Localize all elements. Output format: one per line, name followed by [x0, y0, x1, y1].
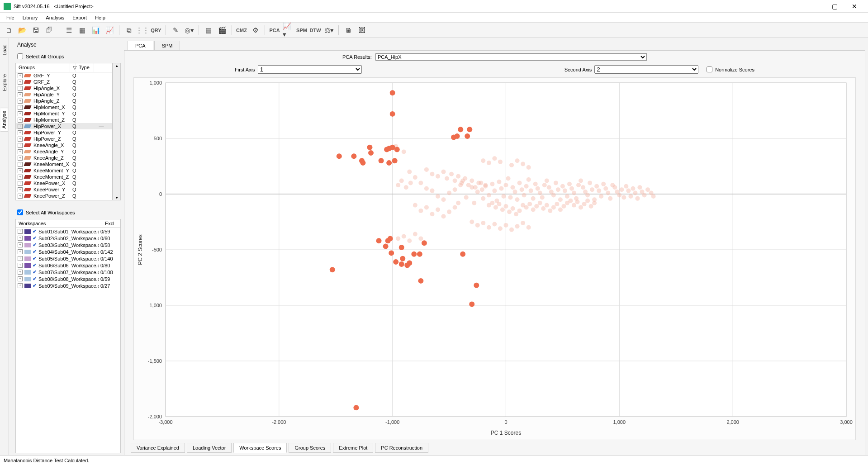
- group-row[interactable]: + HipMoment_Z Q: [16, 117, 112, 123]
- new-icon[interactable]: 🗋: [3, 24, 14, 36]
- plot-icon[interactable]: 📈: [104, 24, 115, 36]
- target-icon[interactable]: ◎▾: [183, 24, 195, 36]
- menu-help[interactable]: Help: [91, 14, 109, 21]
- second-axis-select[interactable]: 2: [594, 65, 698, 74]
- minimize-button[interactable]: —: [805, 0, 825, 13]
- left-tab-explore[interactable]: Explore: [1, 71, 8, 94]
- expand-icon[interactable]: +: [18, 92, 23, 97]
- tab-spm[interactable]: SPM: [154, 41, 180, 50]
- group-row[interactable]: + KneeAngle_X Q: [16, 142, 112, 148]
- btab-loading[interactable]: Loading Vector: [187, 443, 232, 453]
- expand-icon[interactable]: +: [18, 263, 23, 268]
- btab-pc-recon[interactable]: PC Reconstruction: [375, 443, 428, 453]
- group-row[interactable]: + KneeMoment_X Q: [16, 161, 112, 167]
- btab-variance[interactable]: Variance Explained: [131, 443, 185, 453]
- expand-icon[interactable]: +: [18, 270, 23, 275]
- dtw-icon[interactable]: DTW: [309, 24, 321, 36]
- group-row[interactable]: + HipPower_X Q —: [16, 123, 112, 129]
- workspace-row[interactable]: + ✔ Sub07\Sub07_Workspace.cmz\ 0/108: [16, 269, 120, 275]
- group-row[interactable]: + KneePower_X Q: [16, 180, 112, 186]
- group-row[interactable]: + HipAngle_Y Q: [16, 91, 112, 98]
- group-row[interactable]: + KneeMoment_Y Q: [16, 167, 112, 174]
- expand-icon[interactable]: +: [18, 283, 23, 288]
- group-row[interactable]: + KneeAngle_Y Q: [16, 148, 112, 155]
- grid-icon[interactable]: ▤: [203, 24, 214, 36]
- tab-pca[interactable]: PCA: [128, 41, 153, 50]
- normalize-scores-checkbox[interactable]: [707, 66, 712, 72]
- table-icon[interactable]: ▦: [76, 24, 88, 36]
- export-doc-icon[interactable]: 🗎: [342, 24, 354, 36]
- expand-icon[interactable]: +: [18, 187, 23, 192]
- workspace-row[interactable]: + ✔ Sub04\Sub04_Workspace.cmz\ 0/142: [16, 248, 120, 255]
- btab-group-scores[interactable]: Group Scores: [289, 443, 331, 453]
- group-row[interactable]: + HipPower_Y Q: [16, 129, 112, 136]
- group-row[interactable]: + GRF_Y Q: [16, 72, 112, 79]
- group-row[interactable]: + KneePower_Z Q: [16, 193, 112, 199]
- open-icon[interactable]: 📂: [16, 24, 28, 36]
- first-axis-select[interactable]: 1: [258, 65, 362, 74]
- expand-icon[interactable]: +: [18, 124, 23, 129]
- group-row[interactable]: + GRF_Z Q: [16, 79, 112, 85]
- menu-analysis[interactable]: Analysis: [42, 14, 68, 21]
- chart-icon[interactable]: 📊: [90, 24, 102, 36]
- expand-icon[interactable]: +: [18, 73, 23, 78]
- expand-icon[interactable]: +: [18, 256, 23, 261]
- groups-col-type[interactable]: Type: [76, 63, 94, 72]
- saveall-icon[interactable]: 🗐: [43, 24, 55, 36]
- save-icon[interactable]: 🖫: [30, 24, 42, 36]
- clapper-icon[interactable]: 🎬: [216, 24, 228, 36]
- menu-export[interactable]: Export: [69, 14, 90, 21]
- workspace-row[interactable]: + ✔ Sub01\Sub01_Workspace.cmz\ 0/59: [16, 228, 120, 235]
- groups-col-extra[interactable]: [94, 63, 112, 72]
- expand-icon[interactable]: +: [18, 242, 23, 247]
- menu-library[interactable]: Library: [19, 14, 42, 21]
- workspace-row[interactable]: + ✔ Sub09\Sub09_Workspace.cmz\ 0/27: [16, 282, 120, 289]
- expand-icon[interactable]: +: [18, 194, 23, 199]
- expand-icon[interactable]: +: [18, 236, 23, 241]
- expand-icon[interactable]: +: [18, 86, 23, 91]
- expand-icon[interactable]: +: [18, 162, 23, 167]
- expand-icon[interactable]: +: [18, 99, 23, 104]
- group-row[interactable]: + HipPower_Z Q: [16, 136, 112, 142]
- left-tab-load[interactable]: Load: [1, 42, 8, 58]
- group-row[interactable]: + KneeMoment_Z Q: [16, 174, 112, 180]
- groups-col-name[interactable]: Groups: [16, 63, 70, 72]
- maximize-button[interactable]: ▢: [825, 0, 844, 13]
- ws-col-name[interactable]: Workspaces: [16, 219, 102, 228]
- expand-icon[interactable]: +: [18, 143, 23, 148]
- workspace-row[interactable]: + ✔ Sub03\Sub03_Workspace.cmz\ 0/58: [16, 242, 120, 248]
- cmz-icon[interactable]: CMZ: [236, 24, 247, 36]
- select-all-workspaces-checkbox[interactable]: [17, 209, 23, 215]
- export-image-icon[interactable]: 🖼: [356, 24, 368, 36]
- query-icon[interactable]: QRY: [150, 24, 162, 36]
- menu-file[interactable]: File: [3, 14, 18, 21]
- group-row[interactable]: + HipMoment_Y Q: [16, 110, 112, 117]
- settings-icon[interactable]: ☰: [63, 24, 75, 36]
- btab-workspace-scores[interactable]: Workspace Scores: [233, 443, 287, 453]
- expand-icon[interactable]: +: [18, 149, 23, 154]
- scatter-plot[interactable]: -3,000-2,000-1,00001,0002,0003,000-2,000…: [134, 78, 855, 440]
- workspace-row[interactable]: + ✔ Sub02\Sub02_Workspace.cmz\ 0/60: [16, 235, 120, 242]
- balance-icon[interactable]: ⚖▾: [323, 24, 335, 36]
- expand-icon[interactable]: +: [18, 111, 23, 116]
- btab-extreme[interactable]: Extreme Plot: [333, 443, 373, 453]
- workspace-row[interactable]: + ✔ Sub05\Sub05_Workspace.cmz\ 0/140: [16, 255, 120, 262]
- expand-icon[interactable]: +: [18, 105, 23, 110]
- expand-icon[interactable]: +: [18, 175, 23, 180]
- spm-icon[interactable]: SPM: [296, 24, 308, 36]
- expand-icon[interactable]: +: [18, 276, 23, 281]
- expand-icon[interactable]: +: [18, 80, 23, 85]
- expand-icon[interactable]: +: [18, 249, 23, 254]
- expand-icon[interactable]: +: [18, 168, 23, 173]
- groups-col-filter[interactable]: ▽: [70, 63, 76, 72]
- gear-icon[interactable]: ⚙: [249, 24, 261, 36]
- pca-icon[interactable]: PCA: [269, 24, 280, 36]
- groups-scrollbar[interactable]: ▴▾: [113, 63, 121, 200]
- group-row[interactable]: + HipAngle_Z Q: [16, 98, 112, 104]
- expand-icon[interactable]: +: [18, 229, 23, 234]
- group-row[interactable]: + HipAngle_X Q: [16, 85, 112, 91]
- cluster-icon[interactable]: ⋮⋮: [137, 24, 148, 36]
- ws-col-excl[interactable]: Excl: [102, 219, 120, 228]
- workspace-row[interactable]: + ✔ Sub08\Sub08_Workspace.cmz\ 0/59: [16, 275, 120, 282]
- expand-icon[interactable]: +: [18, 181, 23, 186]
